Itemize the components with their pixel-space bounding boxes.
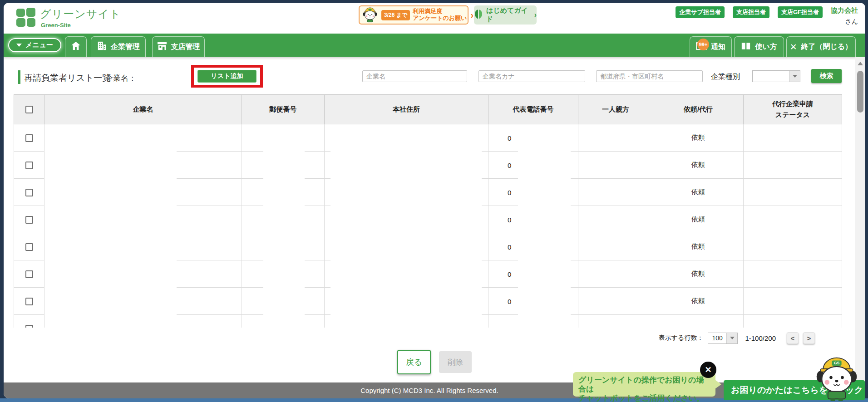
header-sole-proprietor: 一人親方 (578, 94, 653, 124)
cell-request-type (653, 315, 744, 328)
cell-proxy-status (744, 315, 842, 328)
header: グリーンサイト Green-Site (4, 3, 865, 34)
row-checkbox[interactable] (25, 243, 33, 251)
home-icon (71, 41, 81, 52)
cell-company-name (44, 152, 242, 179)
clover-logo-icon (15, 7, 36, 29)
row-checkbox[interactable] (25, 298, 33, 305)
home-tab[interactable] (65, 36, 87, 57)
prev-page-button[interactable]: < (787, 332, 799, 344)
scrollbar-thumb[interactable] (857, 71, 863, 113)
dropdown-arrow-icon[interactable] (726, 333, 737, 343)
cell-company-name (44, 206, 242, 233)
logo: グリーンサイト Green-Site (15, 7, 121, 29)
company-type-value (753, 71, 789, 82)
back-button[interactable]: 戻る (397, 350, 431, 374)
cell-phone: 0 (488, 288, 578, 315)
cell-zip (242, 152, 325, 179)
company-kana-input[interactable] (478, 70, 585, 82)
user-company-name: 協力会社 (831, 6, 858, 15)
company-management-tab[interactable]: 企業管理 (91, 36, 146, 57)
select-all-checkbox[interactable] (25, 106, 33, 113)
table-row: 0依頼 (14, 179, 842, 206)
vertical-scrollbar[interactable] (855, 57, 865, 398)
user-honorific: さん (845, 18, 858, 26)
row-checkbox[interactable] (25, 270, 33, 278)
menu-button[interactable]: メニュー (8, 38, 61, 52)
cell-company-name (44, 233, 242, 260)
row-checkbox[interactable] (25, 325, 33, 328)
howto-tab[interactable]: 使い方 (734, 36, 784, 57)
action-buttons: 戻る 削除 (4, 350, 865, 374)
cell-sole-proprietor (578, 206, 653, 233)
scrollbar-up-icon[interactable] (858, 62, 863, 65)
company-name-input[interactable] (362, 70, 467, 82)
cell-request-type: 依頼 (653, 179, 744, 206)
cell-phone (488, 315, 578, 328)
cell-proxy-status (744, 124, 842, 152)
cell-proxy-status (744, 206, 842, 233)
close-x-icon: ✕ (790, 42, 797, 52)
beginner-mark-icon (474, 9, 483, 21)
row-checkbox[interactable] (25, 216, 33, 224)
row-checkbox[interactable] (25, 162, 33, 169)
table-row (14, 315, 842, 328)
cell-request-type: 依頼 (653, 124, 744, 152)
add-list-button[interactable]: リスト追加 (197, 70, 256, 83)
row-checkbox[interactable] (25, 189, 33, 196)
cell-phone: 0 (488, 260, 578, 288)
title-accent-bar (18, 70, 20, 84)
page: グリーンサイト Green-Site (4, 3, 865, 398)
company-management-label: 企業管理 (111, 42, 140, 52)
table-row: 0依頼 (14, 288, 842, 315)
close-x-icon: ✕ (705, 365, 711, 375)
beginner-guide-button[interactable]: はじめてガイド › (474, 5, 537, 25)
logo-subtitle: Green-Site (41, 22, 121, 29)
cell-company-name (44, 124, 242, 152)
notifications-tab[interactable]: 99+ 通知 (690, 36, 732, 57)
store-icon (157, 41, 167, 52)
cell-proxy-status (744, 152, 842, 179)
table-body: 0依頼0依頼0依頼0依頼0依頼0依頼0依頼 (14, 124, 842, 328)
cell-phone: 0 (488, 233, 578, 260)
rows-per-page-select[interactable]: 100 (708, 333, 738, 344)
search-button[interactable]: 検索 (811, 69, 842, 83)
cell-address (325, 124, 488, 152)
rows-per-page-label: 表示する行数： (659, 334, 704, 342)
chevron-right-icon: › (534, 11, 537, 19)
header-phone: 代表電話番号 (488, 94, 578, 124)
table-row: 0依頼 (14, 124, 842, 152)
cell-address (325, 315, 488, 328)
cell-address (325, 260, 488, 288)
cell-company-name (44, 288, 242, 315)
cell-address (325, 206, 488, 233)
page-range: 1-100/200 (745, 334, 776, 342)
copyright-text: Copyright (C) MCD3 Inc. All Rights Reser… (360, 387, 498, 394)
delete-button[interactable]: 削除 (439, 351, 472, 373)
row-select-cell (14, 260, 44, 288)
branch-management-label: 支店管理 (171, 42, 200, 52)
row-checkbox[interactable] (25, 134, 33, 142)
survey-banner[interactable]: 3/26 まで 利用満足度 アンケートのお願い › (359, 5, 469, 25)
row-select-cell (14, 288, 44, 315)
cell-proxy-status (744, 233, 842, 260)
next-page-button[interactable]: > (803, 332, 815, 344)
chevron-right-icon: › (470, 10, 473, 20)
header-request-type: 依頼/代行 (653, 94, 744, 124)
dropdown-arrow-icon[interactable] (789, 71, 800, 82)
prefecture-city-input[interactable] (596, 70, 703, 82)
howto-label: 使い方 (755, 42, 777, 52)
row-select-cell (14, 179, 44, 206)
role-badge-branch-gf: 支店GF担当者 (778, 6, 823, 18)
branch-management-tab[interactable]: 支店管理 (152, 36, 205, 57)
svg-text:GS: GS (834, 361, 840, 365)
cell-address (325, 233, 488, 260)
table-row: 0依頼 (14, 206, 842, 233)
exit-tab[interactable]: ✕ 終了（閉じる） (786, 36, 856, 57)
cell-sole-proprietor (578, 260, 653, 288)
cell-phone: 0 (488, 152, 578, 179)
chatbot-close-button[interactable]: ✕ (700, 362, 716, 378)
cell-phone: 0 (488, 124, 578, 152)
cell-request-type: 依頼 (653, 233, 744, 260)
company-type-select[interactable] (752, 70, 800, 82)
